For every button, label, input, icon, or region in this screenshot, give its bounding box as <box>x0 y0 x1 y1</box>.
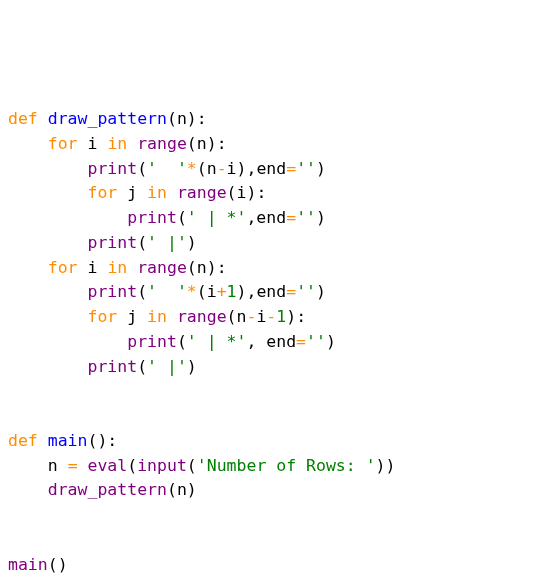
token-pn: (n <box>227 307 247 326</box>
token-pn <box>78 456 88 475</box>
token-pn: (n): <box>167 109 207 128</box>
token-kw: for <box>48 258 78 277</box>
token-call: range <box>177 183 227 202</box>
code-line: main() <box>8 553 550 577</box>
token-pn: ) <box>187 233 197 252</box>
token-fn: main <box>48 431 88 450</box>
token-op: = <box>296 332 306 351</box>
token-pn: j <box>117 307 147 326</box>
token-pn: () <box>48 555 68 574</box>
token-op: * <box>187 282 197 301</box>
token-call: eval <box>88 456 128 475</box>
code-line: for j in range(i): <box>8 181 550 206</box>
token-call: print <box>127 208 177 227</box>
token-kw: in <box>147 183 167 202</box>
code-line: for i in range(n): <box>8 132 550 157</box>
token-str: 'Number of Rows: ' <box>197 456 376 475</box>
token-op: = <box>286 208 296 227</box>
token-pn <box>38 431 48 450</box>
code-line <box>8 404 550 429</box>
token-call: range <box>137 134 187 153</box>
code-line: print(' |') <box>8 231 550 256</box>
token-pn: ( <box>137 357 147 376</box>
token-op: - <box>246 307 256 326</box>
token-kw: in <box>107 258 127 277</box>
token-op: - <box>217 159 227 178</box>
token-pn: ( <box>177 332 187 351</box>
token-pn <box>167 307 177 326</box>
token-pn: ),end <box>237 282 287 301</box>
token-pn: i <box>78 258 108 277</box>
token-kw: def <box>8 431 38 450</box>
token-pn: ( <box>137 159 147 178</box>
token-str: ' ' <box>147 159 187 178</box>
token-str: '' <box>306 332 326 351</box>
code-line: draw_pattern(n) <box>8 478 550 503</box>
token-call: print <box>87 159 137 178</box>
token-pn: ) <box>187 357 197 376</box>
token-pn: (i <box>197 282 217 301</box>
token-pn: i),end <box>227 159 287 178</box>
token-pn: , end <box>246 332 296 351</box>
code-line: print(' | *',end='') <box>8 206 550 231</box>
token-pn: (n): <box>187 258 227 277</box>
code-line <box>8 503 550 528</box>
token-call: draw_pattern <box>48 480 167 499</box>
token-fn: draw_pattern <box>48 109 167 128</box>
token-str: ' |' <box>147 357 187 376</box>
code-line: print(' |') <box>8 355 550 380</box>
token-op: = <box>286 159 296 178</box>
code-line: print(' | *', end='') <box>8 330 550 355</box>
token-kw: in <box>147 307 167 326</box>
token-kw: def <box>8 109 38 128</box>
code-line: def draw_pattern(n): <box>8 107 550 132</box>
token-kw: in <box>107 134 127 153</box>
token-pn: ) <box>316 282 326 301</box>
token-pn: )) <box>376 456 396 475</box>
token-pn <box>38 109 48 128</box>
token-call: print <box>87 233 137 252</box>
token-call: range <box>137 258 187 277</box>
token-pn: ( <box>177 208 187 227</box>
token-op: + <box>217 282 227 301</box>
token-pn: i <box>78 134 108 153</box>
code-line: print(' '*(n-i),end='') <box>8 157 550 182</box>
token-str: ' ' <box>147 282 187 301</box>
token-str: ' | *' <box>187 332 247 351</box>
token-pn: ,end <box>246 208 286 227</box>
token-pn: ) <box>326 332 336 351</box>
code-line: n = eval(input('Number of Rows: ')) <box>8 454 550 479</box>
token-kw: for <box>87 307 117 326</box>
token-str: '' <box>296 208 316 227</box>
token-call: print <box>87 357 137 376</box>
token-pn <box>127 134 137 153</box>
code-line <box>8 379 550 404</box>
token-op: = <box>68 456 78 475</box>
token-call: input <box>137 456 187 475</box>
token-pn: (): <box>88 431 118 450</box>
token-pn: ( <box>137 233 147 252</box>
token-pn: (n <box>197 159 217 178</box>
token-pn: ) <box>316 159 326 178</box>
token-str: '' <box>296 282 316 301</box>
token-str: ' | *' <box>187 208 247 227</box>
token-op: = <box>286 282 296 301</box>
token-kw: for <box>48 134 78 153</box>
token-pn <box>167 183 177 202</box>
token-pn <box>127 258 137 277</box>
token-num: 1 <box>227 282 237 301</box>
token-pn: (i): <box>227 183 267 202</box>
token-call: print <box>127 332 177 351</box>
code-editor[interactable]: def draw_pattern(n): for i in range(n): … <box>8 107 550 576</box>
token-pn: ) <box>316 208 326 227</box>
token-call: range <box>177 307 227 326</box>
token-pn: j <box>117 183 147 202</box>
token-kw: for <box>87 183 117 202</box>
code-line: def main(): <box>8 429 550 454</box>
token-str: '' <box>296 159 316 178</box>
token-call: main <box>8 555 48 574</box>
token-pn: n <box>48 456 68 475</box>
token-pn: i <box>256 307 266 326</box>
token-call: print <box>87 282 137 301</box>
code-line: for i in range(n): <box>8 256 550 281</box>
